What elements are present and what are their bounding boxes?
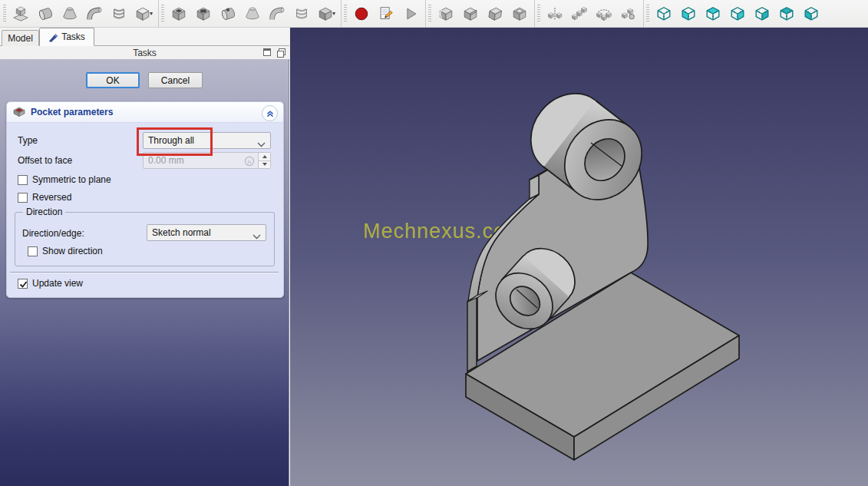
offset-label: Offset to face (18, 155, 72, 166)
multitransform-button[interactable] (617, 2, 640, 25)
pocket-icon (13, 106, 25, 118)
dock-tabbar: Model Tasks (0, 28, 289, 46)
toolbar-drag-handle[interactable] (161, 5, 164, 23)
dock-title: Tasks (0, 48, 289, 58)
chevron-down-icon (257, 139, 266, 150)
offset-value: 0.00 mm (148, 155, 184, 166)
macro-edit-button[interactable] (375, 2, 398, 25)
direction-edge-combobox[interactable]: Sketch normal (147, 224, 266, 241)
section-title: Pocket parameters (31, 107, 113, 117)
tab-model[interactable]: Model (2, 30, 39, 46)
dock-window-icon[interactable] (263, 48, 271, 56)
dropdown-arrow-icon[interactable]: ▾ (332, 10, 335, 17)
pen-icon (48, 32, 58, 42)
type-value: Through all (148, 135, 194, 146)
separator (10, 272, 279, 273)
tab-tasks[interactable]: Tasks (39, 28, 94, 46)
tab-model-label: Model (8, 33, 33, 44)
view-right-button[interactable] (726, 2, 749, 25)
hole-button[interactable] (192, 2, 215, 25)
direction-legend: Direction (23, 207, 65, 217)
polar-pattern-button[interactable] (592, 2, 616, 25)
view-left-button[interactable] (800, 2, 823, 25)
collapse-chevrons-icon[interactable] (262, 105, 278, 121)
section-header: Pocket parameters (7, 102, 283, 123)
draft-button[interactable] (484, 2, 507, 25)
view-rear-button[interactable] (751, 2, 774, 25)
formula-fx-icon[interactable]: fx (244, 156, 255, 169)
view-bottom-button[interactable] (775, 2, 798, 25)
subtractive-primitive-box-button[interactable]: ▾ (315, 2, 338, 25)
reversed-checkbox[interactable] (18, 193, 28, 203)
direction-edge-value: Sketch normal (152, 227, 211, 238)
thickness-button[interactable] (508, 2, 531, 25)
symmetric-checkbox[interactable] (18, 175, 28, 185)
chevron-down-icon (252, 231, 261, 242)
ok-button[interactable]: OK (86, 72, 140, 88)
view-axonometric-button[interactable] (652, 2, 675, 25)
groove-button[interactable] (216, 2, 239, 25)
subtractive-sweep-button[interactable] (266, 2, 289, 25)
subtractive-loft-button[interactable] (241, 2, 264, 25)
additive-primitive-box-button[interactable]: ▾ (132, 2, 155, 25)
additive-loft-button[interactable] (58, 2, 81, 25)
reversed-label: Reversed (32, 192, 71, 203)
toolbar-drag-handle[interactable] (3, 5, 6, 23)
tab-tasks-label: Tasks (61, 31, 85, 42)
svg-text:fx: fx (247, 159, 252, 165)
additive-helix-button[interactable] (107, 2, 130, 25)
pad-button[interactable] (9, 2, 32, 25)
toolbar-drag-handle[interactable] (537, 5, 540, 23)
pocket-button[interactable] (167, 2, 190, 25)
toolbar-drag-handle[interactable] (428, 5, 431, 23)
macro-record-button[interactable] (350, 2, 373, 25)
dock-titlebar: Tasks (0, 46, 289, 59)
symmetric-label: Symmetric to plane (32, 174, 111, 185)
show-direction-checkbox[interactable] (28, 246, 38, 256)
mirrored-button[interactable] (543, 2, 566, 25)
offset-spinbox[interactable]: 0.00 mm fx (143, 152, 271, 169)
type-label: Type (18, 135, 38, 146)
linear-pattern-button[interactable] (568, 2, 591, 25)
toolbar-drag-handle[interactable] (646, 5, 649, 23)
main-toolbar: ▾▾ (0, 0, 868, 28)
direction-edge-label: Direction/edge: (22, 228, 84, 239)
left-dock: Model Tasks Tasks OK Cancel (0, 28, 289, 486)
float-window-icon[interactable] (277, 48, 285, 56)
toolbar-drag-handle[interactable] (344, 5, 347, 23)
show-direction-label: Show direction (42, 246, 103, 256)
view-front-button[interactable] (677, 2, 700, 25)
tasks-panel: OK Cancel Pocket parameters Type Through… (0, 59, 289, 486)
view-top-button[interactable] (701, 2, 724, 25)
additive-sweep-button[interactable] (83, 2, 106, 25)
update-view-label: Update view (32, 278, 83, 289)
revolution-button[interactable] (34, 2, 57, 25)
type-combobox[interactable]: Through all (143, 132, 271, 149)
spinner-arrows-icon[interactable] (258, 153, 270, 168)
bracket-part[interactable] (290, 28, 868, 486)
dropdown-arrow-icon[interactable]: ▾ (150, 10, 153, 17)
freecad-window: ▾▾ Model Tasks Tasks OK Cancel (0, 0, 868, 486)
pocket-parameters-section: Pocket parameters Type Through all Offse… (6, 101, 284, 298)
3d-viewport[interactable]: Mechnexus.com (290, 28, 868, 486)
chamfer-button[interactable] (459, 2, 482, 25)
macro-play-button[interactable] (399, 2, 422, 25)
subtractive-helix-button[interactable] (290, 2, 313, 25)
cancel-button[interactable]: Cancel (148, 72, 203, 88)
fillet-button[interactable] (434, 2, 457, 25)
update-view-checkbox[interactable] (18, 279, 28, 289)
